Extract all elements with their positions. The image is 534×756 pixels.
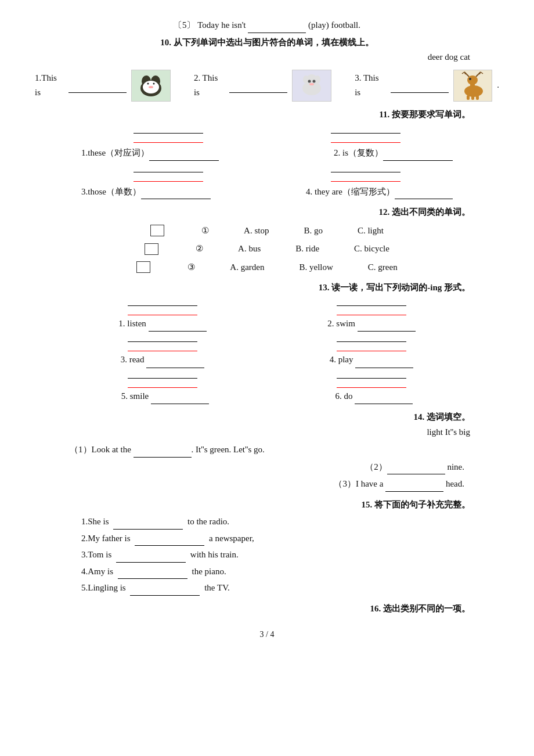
q11-title: 11. 按要那要求写单词。	[35, 107, 499, 123]
q13-l3-line-b	[128, 343, 197, 351]
q13-l3-line-a	[128, 334, 197, 342]
q10-prefix-3: 3. This is	[355, 71, 385, 100]
q12-opt1b: B. go	[304, 224, 323, 239]
q11-label-3: 3.those（单数）	[81, 184, 211, 200]
q13-l2-line-b	[337, 307, 406, 315]
q15-items: 1.She is to the radio. 2.My father is a …	[35, 514, 499, 596]
q11-line-1b	[134, 135, 203, 143]
q13-l5-lines	[128, 370, 197, 388]
q13-l5-line-b	[128, 380, 197, 388]
q13-label-row1: 1. listen 2. swim	[58, 316, 476, 332]
q14-title: 14. 选词填空。	[35, 410, 499, 425]
q13-l4-lines	[337, 334, 406, 351]
q11-col-left-mid	[134, 164, 203, 182]
svg-rect-28	[476, 95, 479, 100]
q5-label: 〔5〕	[174, 20, 196, 30]
q15-q2: 2.My father is a newspaper,	[81, 531, 499, 546]
q11-section: 11. 按要那要求写单词。 1.these（对应词） 2. is（复数）	[35, 107, 499, 200]
q10-blank-1	[68, 78, 127, 93]
poodle-image	[292, 70, 331, 102]
svg-point-7	[153, 83, 154, 85]
q5-suffix: (play) football.	[308, 20, 360, 30]
q11-line-4a	[331, 164, 400, 172]
q11-lines-mid	[70, 164, 464, 182]
q11-label-4: 4. they are（缩写形式）	[306, 184, 453, 200]
q10-item-2: 2. This is	[194, 70, 331, 102]
q13-l6-lines	[337, 370, 406, 388]
q13-blank-3	[146, 352, 204, 368]
q15-title: 15. 将下面的句子补充完整。	[35, 498, 499, 513]
q12-row1: ① A. stop B. go C. light	[35, 224, 499, 239]
q10-item-3: 3. This is	[355, 70, 499, 102]
q11-row1: 1.these（对应词） 2. is（复数）	[35, 145, 499, 161]
q10-item-1: 1.This is	[35, 70, 171, 102]
q15-blank-3	[116, 553, 186, 563]
q12-section: 12. 选出不同类的单词。 ① A. stop B. go C. light ②…	[35, 205, 499, 275]
q12-opt2b: B. ride	[295, 242, 319, 257]
q13-l2-lines	[337, 298, 406, 315]
q12-row3: ③ A. garden B. yellow C. green	[35, 260, 499, 275]
q15-blank-1	[113, 520, 183, 530]
q11-line-2a	[331, 125, 400, 134]
q13-item1: 1. listen	[118, 316, 206, 332]
q13-lines-row1-top	[58, 298, 476, 315]
q15-q5: 5.Lingling is the TV.	[81, 581, 499, 596]
q15-q4: 4.Amy is the piano.	[81, 564, 499, 579]
svg-point-12	[315, 75, 320, 84]
q13-l4-line-a	[337, 334, 406, 342]
q11-line-4b	[331, 174, 400, 182]
q16-section: 16. 选出类别不同的一项。	[35, 602, 499, 617]
q11-label-1: 1.these（对应词）	[81, 145, 219, 161]
q14-items: （1）Look at the . It''s green. Let''s go.…	[35, 442, 499, 492]
q14-q2: （2） nine.	[70, 459, 499, 475]
q10-prefix-1: 1.This is	[35, 71, 64, 100]
q12-num-3: ③	[187, 260, 195, 275]
q14-q1: （1）Look at the . It''s green. Let''s go.	[70, 442, 499, 458]
q12-opt2a: A. bus	[238, 242, 261, 257]
q10-period-3: .	[497, 78, 499, 93]
q11-col-right-top	[331, 125, 400, 143]
q13-blank-1	[149, 316, 207, 332]
q11-col-left-top	[134, 125, 203, 143]
q13-l1-lines	[128, 298, 197, 315]
q13-section: 13. 读一读，写出下列动词的-ing 形式。 1. listen 2. swi…	[35, 280, 499, 404]
q15-blank-4	[118, 570, 187, 579]
q13-item6: 6. do	[335, 389, 413, 405]
q15-q1: 1.She is to the radio.	[81, 514, 499, 530]
q11-col-right-mid	[331, 164, 400, 182]
q15-q3: 3.Tom is with his train.	[81, 548, 499, 563]
q13-blank-4	[355, 352, 413, 368]
q13-blank-2	[358, 316, 416, 332]
q5-text: Today he isn't	[197, 20, 246, 30]
q12-title: 12. 选出不同类的单词。	[35, 205, 499, 220]
q14-blank-3	[385, 476, 443, 492]
q10-blank-2	[229, 78, 287, 93]
deer-image	[453, 70, 493, 102]
svg-rect-27	[471, 95, 474, 100]
q13-blank-6	[355, 389, 413, 405]
q13-item4: 4. play	[330, 352, 414, 368]
q10-animal-row: 1.This is	[35, 70, 499, 102]
q13-label-row3: 5. smile 6. do	[58, 389, 476, 405]
q13-l1-line-b	[128, 307, 197, 315]
q10-section: 10. 从下列单词中选出与图片符合的单词，填在横线上。 deer dog cat…	[35, 35, 499, 102]
svg-point-11	[303, 75, 309, 84]
q13-lines-row3-top	[58, 370, 476, 388]
q13-title: 13. 读一读，写出下列动词的-ing 形式。	[35, 280, 499, 296]
q11-lines-top	[70, 125, 464, 143]
q13-item2: 2. swim	[327, 316, 415, 332]
q14-words: light It''s big	[35, 425, 499, 440]
q12-paren-3	[136, 261, 150, 273]
q13-l6-line-a	[337, 370, 406, 379]
q13-item3: 3. read	[121, 352, 205, 368]
q16-title: 16. 选出类别不同的一项。	[35, 602, 499, 617]
q5-blank	[248, 17, 306, 33]
q12-num-2: ②	[196, 242, 203, 257]
q11-label-2: 2. is（复数）	[334, 145, 453, 161]
q14-section: 14. 选词填空。 light It''s big （1）Look at the…	[35, 410, 499, 492]
q14-q3: （3）I have a head.	[70, 476, 499, 492]
q14-blank-2	[387, 459, 445, 475]
q12-opt3a: A. garden	[230, 260, 264, 275]
q15-blank-5	[130, 586, 200, 596]
page: 〔5〕 Today he isn't (play) football. 10. …	[35, 17, 499, 642]
